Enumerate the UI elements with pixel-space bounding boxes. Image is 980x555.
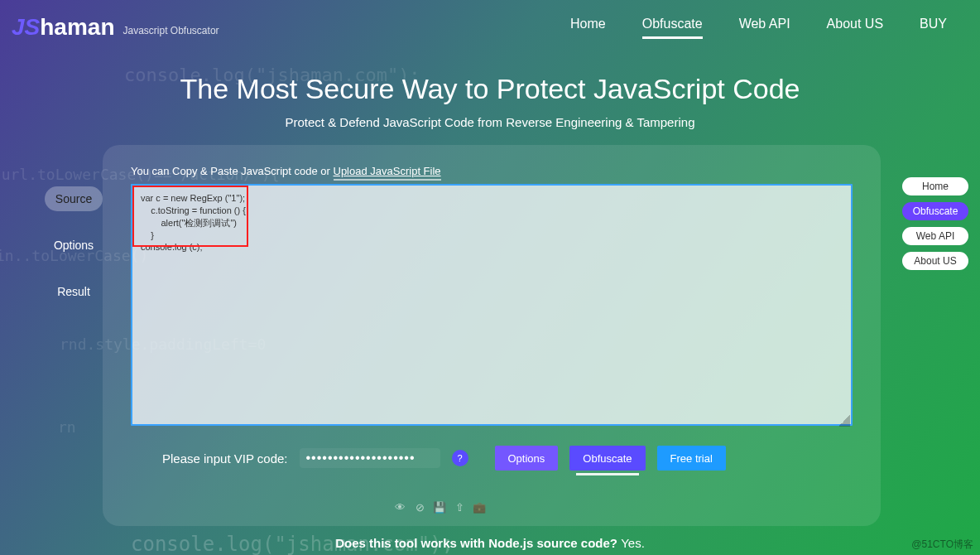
nav-buy[interactable]: BUY	[920, 17, 947, 39]
float-nav-webapi[interactable]: Web API	[902, 227, 968, 245]
logo-part-js: JS	[12, 14, 40, 41]
left-tabs: Source Options Result	[45, 186, 103, 304]
nav-webapi[interactable]: Web API	[739, 17, 790, 39]
eye-icon[interactable]: 👁	[394, 501, 406, 513]
nav-home[interactable]: Home	[570, 17, 606, 39]
float-nav-home[interactable]: Home	[902, 177, 968, 195]
vip-label: Please input VIP code:	[162, 451, 288, 466]
main-panel: You can Copy & Paste JavaScript code or …	[103, 145, 881, 526]
tab-source[interactable]: Source	[45, 186, 103, 211]
free-trial-button[interactable]: Free trial	[657, 446, 726, 471]
logo-subtitle: Javascript Obfuscator	[123, 25, 219, 36]
logo-part-haman: haman	[40, 14, 114, 41]
page-subtitle: Protect & Defend JavaScript Code from Re…	[0, 115, 980, 129]
options-button[interactable]: Options	[495, 446, 559, 471]
code-input[interactable]	[131, 184, 853, 426]
watermark: @51CTO博客	[911, 538, 973, 552]
block-icon[interactable]: ⊘	[414, 501, 425, 513]
top-nav: Home Obfuscate Web API About US BUY	[570, 17, 947, 39]
faq-answer: Yes.	[621, 536, 645, 550]
float-nav-about[interactable]: About US	[902, 252, 968, 270]
briefcase-icon[interactable]: 💼	[473, 501, 485, 513]
faq-line: Does this tool works with Node.js source…	[0, 536, 980, 550]
vip-code-input[interactable]	[300, 448, 440, 468]
panel-hint-text: You can Copy & Paste JavaScript code or	[131, 165, 334, 177]
codebox-wrap	[131, 184, 853, 429]
nav-obfuscate[interactable]: Obfuscate	[642, 17, 703, 39]
tab-options[interactable]: Options	[45, 233, 103, 258]
bottom-row: Please input VIP code: ? Options Obfusca…	[131, 446, 853, 471]
upload-icon[interactable]: ⇧	[454, 501, 465, 513]
tab-result[interactable]: Result	[45, 279, 103, 304]
hero: The Most Secure Way to Protect JavaScrip…	[0, 73, 980, 129]
save-icon[interactable]: 💾	[434, 501, 445, 513]
float-nav-obfuscate[interactable]: Obfuscate	[902, 202, 968, 220]
header: JS haman Javascript Obfuscator Home Obfu…	[0, 0, 980, 46]
vip-help-icon[interactable]: ?	[452, 450, 468, 466]
panel-hint: You can Copy & Paste JavaScript code or …	[131, 165, 853, 177]
upload-file-link[interactable]: Upload JavaScript File	[334, 165, 441, 181]
faq-question: Does this tool works with Node.js source…	[335, 536, 621, 550]
icon-row: 👁 ⊘ 💾 ⇧ 💼	[394, 501, 485, 513]
bg-code-line: rn	[58, 418, 76, 436]
logo: JS haman Javascript Obfuscator	[12, 14, 219, 41]
nav-about[interactable]: About US	[827, 17, 883, 39]
float-nav: Home Obfuscate Web API About US	[902, 177, 968, 270]
page-title: The Most Secure Way to Protect JavaScrip…	[0, 73, 980, 105]
obfuscate-button[interactable]: Obfuscate	[569, 446, 645, 471]
